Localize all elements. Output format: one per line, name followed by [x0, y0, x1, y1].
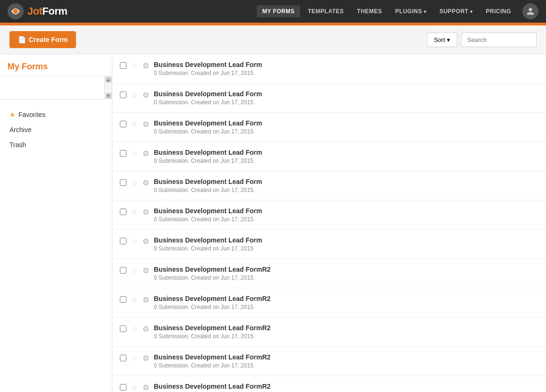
form-star-icon[interactable]: ☆ [131, 120, 138, 129]
scrollbar-down-arrow[interactable]: ▼ [106, 93, 111, 99]
form-details: Business Development Lead Form 0 Submiss… [154, 178, 538, 193]
form-title[interactable]: Business Development Lead Form [154, 90, 538, 98]
form-checkbox[interactable] [120, 62, 126, 69]
form-details: Business Development Lead Form 0 Submiss… [154, 61, 538, 76]
form-checkbox[interactable] [120, 296, 126, 303]
form-details: Business Development Lead Form 0 Submiss… [154, 90, 538, 106]
form-type-icon: ⚙ [143, 354, 149, 363]
user-icon-button[interactable] [522, 3, 538, 19]
form-title[interactable]: Business Development Lead FormR2 [154, 353, 538, 361]
form-checkbox[interactable] [120, 384, 126, 391]
nav-pricing[interactable]: PRICING [480, 5, 517, 17]
toolbar: 📄 Create Form Sort ▾ [0, 25, 546, 54]
form-star-icon[interactable]: ☆ [131, 266, 138, 275]
nav-my-forms[interactable]: MY FORMS [257, 5, 300, 17]
form-checkbox[interactable] [120, 150, 126, 157]
form-details: Business Development Lead FormR2 0 Submi… [154, 266, 538, 281]
form-title[interactable]: Business Development Lead Form [154, 236, 538, 244]
form-title[interactable]: Business Development Lead FormR2 [154, 324, 538, 332]
form-meta: 0 Submission. Created on Jun 17, 2015. [154, 187, 538, 193]
form-checkbox[interactable] [120, 179, 126, 186]
form-star-icon[interactable]: ☆ [131, 237, 138, 246]
create-form-label: Create Form [29, 36, 67, 43]
form-checkbox[interactable] [120, 267, 126, 274]
form-row: ☆ ⚙ Business Development Lead FormR2 0 S… [112, 347, 546, 376]
form-title[interactable]: Business Development Lead Form [154, 178, 538, 185]
nav-support[interactable]: SUPPORT [434, 5, 478, 17]
nav-themes[interactable]: THEMES [352, 5, 388, 17]
form-row: ☆ ⚙ Business Development Lead Form 0 Sub… [112, 113, 546, 142]
form-meta: 0 Submission. Created on Jun 17, 2015. [154, 304, 538, 310]
form-meta: 0 Submission. Created on Jun 17, 2015. [154, 245, 538, 252]
form-type-icon: ⚙ [143, 61, 149, 70]
form-type-icon: ⚙ [143, 120, 149, 129]
form-title[interactable]: Business Development Lead FormR2 [154, 383, 538, 390]
form-title[interactable]: Business Development Lead Form [154, 119, 538, 127]
form-type-icon: ⚙ [143, 325, 149, 334]
form-details: Business Development Lead Form 0 Submiss… [154, 119, 538, 135]
nav-plugins[interactable]: PLUGINS [390, 5, 432, 17]
form-title[interactable]: Business Development Lead FormR2 [154, 295, 538, 302]
form-row: ☆ ⚙ Business Development Lead FormR2 0 S… [112, 317, 546, 347]
form-type-icon: ⚙ [143, 91, 149, 100]
sidebar-item-trash[interactable]: Trash [8, 137, 104, 152]
form-star-icon[interactable]: ☆ [131, 91, 138, 100]
sidebar-scroll-area: ▲ ▼ [0, 76, 112, 100]
form-row: ☆ ⚙ Business Development Lead FormR2 0 S… [112, 288, 546, 317]
form-title[interactable]: Business Development Lead FormR2 [154, 266, 538, 273]
search-input[interactable] [461, 33, 537, 47]
sort-button[interactable]: Sort ▾ [427, 33, 457, 47]
form-type-icon: ⚙ [143, 266, 149, 275]
form-checkbox[interactable] [120, 355, 126, 361]
form-star-icon[interactable]: ☆ [131, 325, 138, 334]
form-row: ☆ ⚙ Business Development Lead Form 0 Sub… [112, 171, 546, 200]
scrollbar-up-arrow[interactable]: ▲ [106, 77, 111, 83]
form-meta: 0 Submission. Created on Jun 17, 2015. [154, 216, 538, 223]
form-checkbox[interactable] [120, 121, 126, 127]
form-details: Business Development Lead FormR2 0 Submi… [154, 324, 538, 340]
form-type-icon: ⚙ [143, 178, 149, 187]
form-list: ☆ ⚙ Business Development Lead Form 0 Sub… [112, 54, 546, 392]
form-row: ☆ ⚙ Business Development Lead Form 0 Sub… [112, 200, 546, 230]
form-meta: 0 Submission. Created on Jun 17, 2015. [154, 362, 538, 369]
sidebar-nav: ★ Favorites Archive Trash [0, 100, 112, 160]
form-star-icon[interactable]: ☆ [131, 295, 138, 304]
svg-point-1 [13, 9, 18, 14]
form-meta: 0 Submission. Created on Jun 17, 2015. [154, 128, 538, 135]
form-list-content: ☆ ⚙ Business Development Lead Form 0 Sub… [112, 54, 546, 392]
form-star-icon[interactable]: ☆ [131, 354, 138, 363]
form-checkbox[interactable] [120, 238, 126, 244]
form-row: ☆ ⚙ Business Development Lead Form 0 Sub… [112, 54, 546, 83]
form-title[interactable]: Business Development Lead Form [154, 207, 538, 215]
sidebar-item-favorites[interactable]: ★ Favorites [8, 107, 104, 122]
sidebar-my-forms-label: My Forms [0, 54, 112, 76]
main-layout: My Forms ▲ ▼ ★ Favorites Archive Trash [0, 54, 546, 392]
form-title[interactable]: Business Development Lead Form [154, 61, 538, 68]
star-icon: ★ [9, 111, 16, 118]
create-form-button[interactable]: 📄 Create Form [9, 31, 76, 48]
form-star-icon[interactable]: ☆ [131, 149, 138, 158]
logo-icon [8, 3, 24, 19]
form-star-icon[interactable]: ☆ [131, 178, 138, 187]
form-details: Business Development Lead Form 0 Submiss… [154, 207, 538, 223]
create-form-icon: 📄 [18, 36, 26, 43]
form-type-icon: ⚙ [143, 295, 149, 304]
form-meta: 0 Submission. Created on Jun 17, 2015. [154, 275, 538, 281]
sidebar-item-archive[interactable]: Archive [8, 122, 104, 137]
logo-area: JotForm [8, 3, 67, 19]
sidebar-favorites-label: Favorites [18, 111, 46, 118]
sidebar: My Forms ▲ ▼ ★ Favorites Archive Trash [0, 54, 112, 392]
form-star-icon[interactable]: ☆ [131, 383, 138, 392]
form-checkbox[interactable] [120, 209, 126, 215]
form-meta: 0 Submission. Created on Jun 17, 2015. [154, 70, 538, 76]
user-icon [526, 7, 535, 16]
nav-templates[interactable]: TEMPLATES [302, 5, 349, 17]
form-star-icon[interactable]: ☆ [131, 208, 138, 217]
nav-links: MY FORMS TEMPLATES THEMES PLUGINS SUPPOR… [257, 3, 538, 19]
form-star-icon[interactable]: ☆ [131, 61, 138, 70]
form-title[interactable]: Business Development Lead Form [154, 149, 538, 156]
form-details: Business Development Lead FormR2 0 Submi… [154, 383, 538, 392]
form-checkbox[interactable] [120, 325, 126, 332]
form-details: Business Development Lead FormR2 0 Submi… [154, 295, 538, 310]
form-checkbox[interactable] [120, 92, 126, 98]
